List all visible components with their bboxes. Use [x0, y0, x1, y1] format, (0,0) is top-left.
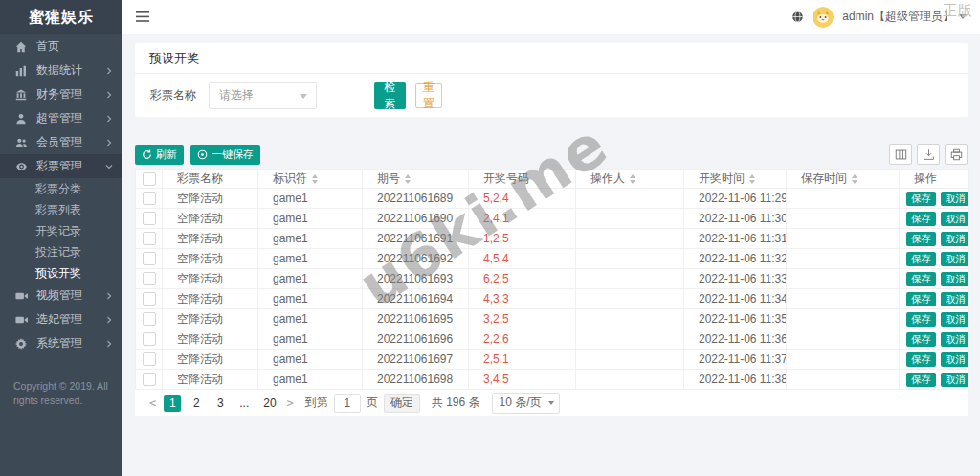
row-save-button[interactable]: 保存	[906, 312, 936, 327]
sidebar-item[interactable]: 预设开奖	[0, 262, 122, 283]
row-checkbox[interactable]	[143, 212, 156, 225]
page-number[interactable]: 3	[212, 395, 229, 412]
row-cancel-button[interactable]: 取消	[941, 232, 969, 246]
menu-toggle-icon[interactable]	[136, 11, 149, 22]
row-checkbox[interactable]	[143, 232, 156, 245]
sidebar-item[interactable]: 系统管理	[0, 331, 122, 355]
export-button[interactable]	[917, 144, 940, 165]
sidebar-item[interactable]: 财务管理	[0, 82, 122, 106]
save-all-button[interactable]: 一键保存	[190, 145, 260, 165]
language-globe-icon[interactable]	[791, 11, 804, 23]
row-checkbox[interactable]	[143, 373, 156, 386]
page-number[interactable]: 1	[164, 395, 181, 412]
sidebar-item[interactable]: 选妃管理	[0, 307, 122, 331]
row-checkbox[interactable]	[143, 252, 156, 265]
row-checkbox[interactable]	[143, 292, 156, 306]
next-page-button[interactable]: >	[287, 397, 294, 410]
cell-issue-number: 202211061696	[363, 329, 469, 350]
per-page-label: 10 条/页	[500, 395, 542, 411]
lottery-name-label: 彩票名称	[150, 87, 196, 103]
chevron-icon	[105, 67, 113, 75]
reset-button[interactable]: 重置	[415, 83, 442, 108]
page-unit-label: 页	[367, 395, 378, 411]
sort-icon[interactable]	[852, 174, 858, 184]
select-caret-icon	[300, 94, 307, 99]
row-cancel-button[interactable]: 取消	[941, 192, 969, 206]
user-menu[interactable]: admin【超级管理员】	[842, 9, 967, 25]
row-cancel-button[interactable]: 取消	[941, 332, 969, 347]
table-row: 空降活动 game1 202211061692 4,5,4 2022-11-06…	[136, 249, 969, 269]
cell-operator	[576, 309, 684, 329]
row-save-button[interactable]: 保存	[906, 332, 936, 347]
cell-lottery-name: 空降活动	[163, 189, 258, 209]
sidebar-item[interactable]: 投注记录	[0, 241, 122, 262]
row-cancel-button[interactable]: 取消	[941, 212, 969, 226]
row-checkbox[interactable]	[143, 352, 156, 366]
copyright-text: Copyright © 2019. All rights reserved.	[13, 379, 111, 408]
row-cancel-button[interactable]: 取消	[941, 373, 969, 387]
row-cancel-button[interactable]: 取消	[941, 292, 969, 306]
refresh-button[interactable]: 刷新	[135, 145, 184, 165]
cell-draw-numbers: 2,4,1	[469, 209, 576, 229]
row-checkbox[interactable]	[143, 312, 156, 326]
sidebar-item[interactable]: 彩票列表	[0, 199, 122, 220]
sidebar-item[interactable]: 首页	[0, 34, 122, 58]
table-row: 空降活动 game1 202211061695 3,2,5 2022-11-06…	[136, 309, 969, 329]
lottery-name-select[interactable]: 请选择	[209, 82, 317, 109]
sort-icon[interactable]	[749, 174, 755, 184]
row-save-button[interactable]: 保存	[906, 192, 936, 206]
sidebar-item[interactable]: 彩票分类	[0, 178, 122, 199]
per-page-select[interactable]: 10 条/页	[492, 393, 560, 414]
sort-icon[interactable]	[630, 174, 635, 184]
cell-save-time	[787, 189, 900, 209]
avatar[interactable]	[813, 7, 834, 28]
row-cancel-button[interactable]: 取消	[941, 272, 969, 286]
cell-issue-number: 202211061691	[363, 229, 469, 249]
cell-draw-numbers: 1,2,5	[469, 229, 576, 249]
cell-actions: 保存取消	[900, 329, 969, 350]
sidebar-item[interactable]: 开奖记录	[0, 220, 122, 241]
cell-operator	[576, 189, 684, 209]
cell-lottery-name: 空降活动	[163, 209, 258, 229]
row-checkbox[interactable]	[143, 192, 156, 205]
goto-confirm-button[interactable]: 确定	[384, 394, 420, 413]
sidebar-item[interactable]: 彩票管理	[0, 154, 122, 178]
sidebar-item[interactable]: 视频管理	[0, 283, 122, 307]
search-button[interactable]: 检索	[374, 82, 406, 109]
row-save-button[interactable]: 保存	[906, 232, 936, 246]
sidebar-item[interactable]: 超管管理	[0, 106, 122, 130]
row-cancel-button[interactable]: 取消	[941, 252, 969, 266]
row-checkbox[interactable]	[143, 272, 156, 285]
row-cancel-button[interactable]: 取消	[941, 312, 969, 327]
row-checkbox-cell	[136, 209, 163, 229]
row-checkbox-cell	[136, 370, 163, 390]
row-save-button[interactable]: 保存	[906, 373, 936, 387]
row-save-button[interactable]: 保存	[906, 272, 936, 286]
goto-page-input[interactable]	[334, 394, 361, 413]
cell-draw-time: 2022-11-06 11:30:02	[684, 209, 787, 229]
row-save-button[interactable]: 保存	[906, 212, 936, 226]
page-number[interactable]: ...	[235, 395, 253, 412]
page-number[interactable]: 20	[259, 395, 279, 412]
row-cancel-button[interactable]: 取消	[941, 352, 969, 367]
cell-operator	[576, 289, 684, 309]
row-checkbox[interactable]	[143, 332, 156, 346]
print-button[interactable]	[945, 144, 968, 165]
row-save-button[interactable]: 保存	[906, 352, 936, 367]
cell-issue-number: 202211061690	[363, 209, 469, 229]
sidebar-item[interactable]: 会员管理	[0, 130, 122, 154]
cell-draw-time: 2022-11-06 11:38:02	[684, 370, 787, 390]
filter-columns-button[interactable]	[889, 144, 912, 165]
sidebar-item-label: 彩票管理	[36, 158, 105, 174]
sort-icon[interactable]	[405, 174, 411, 184]
sidebar-item[interactable]: 数据统计	[0, 58, 122, 82]
sort-icon[interactable]	[312, 174, 318, 184]
row-save-button[interactable]: 保存	[906, 252, 936, 266]
cell-draw-time: 2022-11-06 11:29:02	[684, 189, 787, 209]
row-save-button[interactable]: 保存	[906, 292, 936, 306]
cell-lottery-name: 空降活动	[163, 289, 258, 309]
prev-page-button[interactable]: <	[149, 397, 156, 410]
cell-draw-numbers: 3,2,5	[469, 309, 576, 329]
select-all-checkbox[interactable]	[143, 172, 156, 186]
page-number[interactable]: 2	[188, 395, 205, 412]
